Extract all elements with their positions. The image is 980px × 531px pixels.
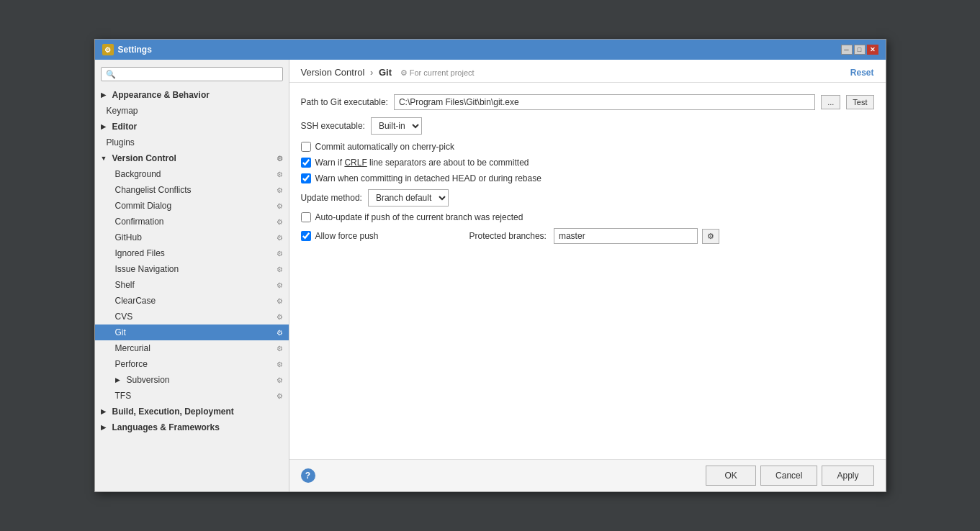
sidebar-item-mercurial[interactable]: Mercurial ⚙ xyxy=(95,340,289,356)
sidebar-item-background[interactable]: Background ⚙ xyxy=(95,166,289,182)
cherry-pick-checkbox[interactable] xyxy=(301,142,311,152)
sidebar-item-languages[interactable]: ▶ Languages & Frameworks xyxy=(95,419,289,435)
apply-button[interactable]: Apply xyxy=(822,466,873,486)
maximize-button[interactable]: □ xyxy=(854,45,866,55)
content-header: Version Control › Git ⚙ For current proj… xyxy=(289,60,886,83)
sidebar-label-plugins: Plugins xyxy=(107,137,135,148)
sidebar-item-build[interactable]: ▶ Build, Execution, Deployment xyxy=(95,404,289,419)
force-push-label: Allow force push xyxy=(315,231,379,241)
sidebar-item-shelf[interactable]: Shelf ⚙ xyxy=(95,277,289,293)
for-project-note: ⚙ For current project xyxy=(400,68,475,77)
content-area: Version Control › Git ⚙ For current proj… xyxy=(289,60,886,491)
collapse-arrow-editor: ▶ xyxy=(101,123,109,130)
detached-row: Warn when committing in detached HEAD or… xyxy=(301,173,874,183)
detached-label: Warn when committing in detached HEAD or… xyxy=(315,173,541,183)
sidebar-item-tfs[interactable]: TFS ⚙ xyxy=(95,388,289,404)
sidebar-label-perforce: Perforce xyxy=(115,359,148,369)
settings-dialog-icon: ⚙ xyxy=(102,44,114,55)
minimize-button[interactable]: ─ xyxy=(841,45,853,55)
protected-branches-input[interactable] xyxy=(554,228,698,244)
sidebar-label-vc: Version Control xyxy=(112,153,176,163)
title-bar: ⚙ Settings ─ □ ✕ xyxy=(95,40,886,60)
settings-sidebar: 🔍 ▶ Appearance & Behavior Keymap ▶ Edito… xyxy=(95,60,289,491)
cvs-settings-icon: ⚙ xyxy=(277,313,283,321)
sidebar-label-clearcase: ClearCase xyxy=(115,296,156,306)
sidebar-item-cvs[interactable]: CVS ⚙ xyxy=(95,309,289,324)
tfs-settings-icon: ⚙ xyxy=(277,392,283,400)
confirmation-settings-icon: ⚙ xyxy=(277,218,283,226)
sidebar-label-build: Build, Execution, Deployment xyxy=(112,407,234,417)
sidebar-item-plugins[interactable]: Plugins xyxy=(95,135,289,150)
force-push-row: Allow force push Protected branches: ⚙ xyxy=(301,228,874,244)
sidebar-label-tfs: TFS xyxy=(115,391,132,401)
auto-update-checkbox[interactable] xyxy=(301,212,311,222)
force-push-checkbox[interactable] xyxy=(301,231,311,241)
dialog-body: 🔍 ▶ Appearance & Behavior Keymap ▶ Edito… xyxy=(95,60,886,491)
update-method-row: Update method: Branch default Merge Reba… xyxy=(301,189,874,206)
sidebar-item-clearcase[interactable]: ClearCase ⚙ xyxy=(95,293,289,309)
close-button[interactable]: ✕ xyxy=(867,45,878,55)
sidebar-label-shelf: Shelf xyxy=(115,280,135,290)
search-input[interactable] xyxy=(116,69,278,79)
collapse-arrow-languages: ▶ xyxy=(101,424,109,431)
ssh-label-text: SSH executable: xyxy=(301,121,365,131)
collapse-arrow-appearance: ▶ xyxy=(101,91,109,99)
update-method-select[interactable]: Branch default Merge Rebase xyxy=(368,189,449,206)
sidebar-item-confirmation[interactable]: Confirmation ⚙ xyxy=(95,214,289,230)
test-button[interactable]: Test xyxy=(846,95,873,109)
breadcrumb-current: Git xyxy=(379,67,392,78)
reset-button[interactable]: Reset xyxy=(850,68,874,78)
sidebar-label-mercurial: Mercurial xyxy=(115,343,150,353)
breadcrumb-parent: Version Control xyxy=(301,67,365,78)
ok-button[interactable]: OK xyxy=(706,466,756,486)
protected-branches-label: Protected branches: xyxy=(469,231,547,241)
sidebar-item-changelist[interactable]: Changelist Conflicts ⚙ xyxy=(95,182,289,198)
git-path-input[interactable] xyxy=(394,94,815,110)
sidebar-item-keymap[interactable]: Keymap xyxy=(95,103,289,119)
sidebar-label-subversion: Subversion xyxy=(127,375,170,385)
sidebar-label-background: Background xyxy=(115,169,161,179)
sidebar-item-perforce[interactable]: Perforce ⚙ xyxy=(95,356,289,372)
collapse-arrow-subversion: ▶ xyxy=(115,376,124,384)
cancel-button[interactable]: Cancel xyxy=(760,466,817,486)
sidebar-label-issue-nav: Issue Navigation xyxy=(115,264,179,274)
background-settings-icon: ⚙ xyxy=(277,171,283,178)
sidebar-item-editor[interactable]: ▶ Editor xyxy=(95,119,289,135)
perforce-settings-icon: ⚙ xyxy=(277,360,283,368)
changelist-settings-icon: ⚙ xyxy=(277,186,283,194)
mercurial-settings-icon: ⚙ xyxy=(277,345,283,353)
detached-checkbox[interactable] xyxy=(301,173,311,183)
protected-branches-edit-btn[interactable]: ⚙ xyxy=(702,229,719,244)
sidebar-label-confirmation: Confirmation xyxy=(115,217,164,227)
sidebar-label-commit-dialog: Commit Dialog xyxy=(115,201,172,211)
sidebar-item-git[interactable]: Git ⚙ xyxy=(95,324,289,340)
search-icon: 🔍 xyxy=(106,70,116,79)
crlf-checkbox[interactable] xyxy=(301,158,311,168)
sidebar-item-github[interactable]: GitHub ⚙ xyxy=(95,230,289,245)
sidebar-label-github: GitHub xyxy=(115,232,142,242)
sidebar-label-languages: Languages & Frameworks xyxy=(112,422,220,432)
sidebar-item-ignored[interactable]: Ignored Files ⚙ xyxy=(95,245,289,261)
git-path-row: Path to Git executable: ... Test xyxy=(301,94,874,110)
ssh-select[interactable]: Built-in Native xyxy=(371,117,422,135)
ssh-row: SSH executable: Built-in Native xyxy=(301,117,874,135)
cherry-pick-row: Commit automatically on cherry-pick xyxy=(301,142,874,152)
sidebar-item-commit-dialog[interactable]: Commit Dialog ⚙ xyxy=(95,198,289,214)
search-box[interactable]: 🔍 xyxy=(101,67,283,81)
shelf-settings-icon: ⚙ xyxy=(277,281,283,289)
sidebar-item-version-control[interactable]: ▼ Version Control ⚙ xyxy=(95,150,289,166)
sidebar-label-changelist: Changelist Conflicts xyxy=(115,185,192,195)
browse-button[interactable]: ... xyxy=(821,95,840,109)
sidebar-label-appearance: Appearance & Behavior xyxy=(112,90,210,100)
ssh-label: SSH executable: xyxy=(301,121,365,131)
dialog-footer: ? OK Cancel Apply xyxy=(289,459,886,491)
sidebar-item-appearance[interactable]: ▶ Appearance & Behavior xyxy=(95,87,289,103)
footer-buttons: OK Cancel Apply xyxy=(706,466,873,486)
collapse-arrow-build: ▶ xyxy=(101,408,109,415)
subversion-settings-icon: ⚙ xyxy=(277,376,283,384)
crlf-label: Warn if CRLF line separators are about t… xyxy=(315,158,529,168)
sidebar-item-subversion[interactable]: ▶ Subversion ⚙ xyxy=(95,372,289,388)
window-controls: ─ □ ✕ xyxy=(841,45,878,55)
sidebar-item-issue-nav[interactable]: Issue Navigation ⚙ xyxy=(95,261,289,277)
help-button[interactable]: ? xyxy=(301,468,315,483)
